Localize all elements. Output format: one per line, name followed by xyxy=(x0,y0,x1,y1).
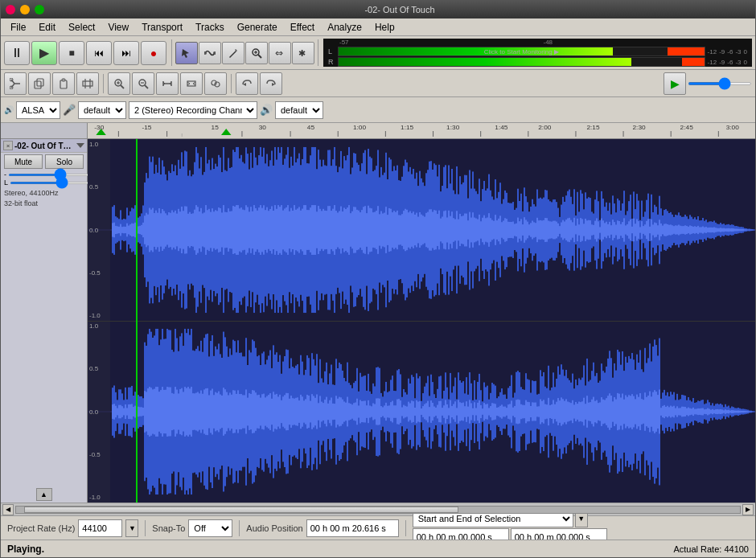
menu-help[interactable]: Help xyxy=(368,20,401,35)
menu-file[interactable]: File xyxy=(4,20,32,35)
menu-generate[interactable]: Generate xyxy=(231,20,284,35)
skip-back-button[interactable]: ⏮ xyxy=(86,41,112,65)
tools-group: ⇔ ✱ xyxy=(174,36,316,69)
horizontal-scrollbar[interactable]: ◀ ▶ xyxy=(1,503,755,515)
skip-forward-button[interactable]: ⏭ xyxy=(113,41,139,65)
menu-edit[interactable]: Edit xyxy=(32,20,62,35)
svg-text:30: 30 xyxy=(259,124,267,131)
status-sep-2 xyxy=(239,520,240,536)
vu-l-meter[interactable]: Click to Start Monitoring ▶ xyxy=(338,47,705,56)
selection-tool-btn[interactable] xyxy=(175,42,198,64)
vu-click-text: Click to Start Monitoring ▶ xyxy=(484,47,559,55)
track-name: -02- Out Of T… xyxy=(14,142,76,150)
svg-text:1:00: 1:00 xyxy=(353,124,367,131)
svg-text:15: 15 xyxy=(212,124,220,131)
menu-view[interactable]: View xyxy=(101,20,135,35)
output-select[interactable]: default xyxy=(275,101,323,119)
pause-button[interactable]: ⏸ xyxy=(4,41,30,65)
recording-toolbar: 🔊 ALSA 🎤 default 2 (Stereo) Recording Ch… xyxy=(1,97,755,123)
svg-rect-13 xyxy=(62,79,65,81)
pencil-tool-btn[interactable] xyxy=(222,42,244,64)
bottom-statusbar: Playing. Actual Rate: 44100 xyxy=(1,540,755,557)
vu-meters-panel[interactable]: -57-48 L Click to Start Monitoring ▶ -12… xyxy=(323,39,752,67)
zoom-tool-btn[interactable] xyxy=(245,42,268,64)
minimize-window-btn[interactable] xyxy=(20,5,30,14)
audio-position-label: Audio Position xyxy=(246,523,302,533)
menubar: File Edit Select View Transport Tracks G… xyxy=(1,18,755,36)
zoom-in-btn[interactable] xyxy=(108,72,130,95)
vu-r-meter[interactable] xyxy=(338,57,705,67)
trim-btn[interactable] xyxy=(76,72,99,95)
vu-l-label: L xyxy=(328,47,338,55)
menu-select[interactable]: Select xyxy=(62,20,101,35)
collapse-row: ▲ xyxy=(1,486,87,503)
mute-btn[interactable]: Mute xyxy=(4,154,43,169)
svg-line-3 xyxy=(258,55,261,58)
menu-tracks[interactable]: Tracks xyxy=(189,20,231,35)
pan-l-label: L xyxy=(4,178,8,187)
channel-divider xyxy=(88,321,755,322)
fit-project-btn[interactable] xyxy=(180,72,203,95)
project-rate-label: Project Rate (Hz) xyxy=(7,523,75,533)
paste-btn[interactable] xyxy=(52,72,75,95)
track-info-line2: 32-bit float xyxy=(4,199,84,209)
fit-selection-btn[interactable] xyxy=(156,72,179,95)
project-rate-group: Project Rate (Hz) ▼ xyxy=(7,519,138,537)
menu-analyze[interactable]: Analyze xyxy=(321,20,368,35)
stop-button[interactable]: ■ xyxy=(59,41,84,65)
close-window-btn[interactable] xyxy=(6,5,15,14)
scroll-track[interactable] xyxy=(15,506,741,514)
project-rate-dropdown[interactable]: ▼ xyxy=(125,519,138,537)
track-menu-icon[interactable] xyxy=(76,142,84,150)
svg-text:2:30: 2:30 xyxy=(632,124,646,131)
zoom-toggle-btn[interactable] xyxy=(204,72,227,95)
svg-text:2:00: 2:00 xyxy=(538,124,552,131)
transport-toolbar: ⏸ ▶ ■ ⏮ ⏭ ● xyxy=(1,36,170,69)
waveform-bottom-canvas xyxy=(88,321,755,503)
mic-icon: 🎤 xyxy=(63,104,76,116)
channels-select[interactable]: 2 (Stereo) Recording Channels xyxy=(129,101,257,119)
zoom-out-btn[interactable] xyxy=(132,72,154,95)
input-source-select[interactable]: default xyxy=(78,101,126,119)
toolbar-row1: ⏸ ▶ ■ ⏮ ⏭ ● ⇔ ✱ xyxy=(1,36,755,70)
waveform-display[interactable]: 1.0 0.5 0.0 -0.5 -1.0 1.0 0.5 0.0 -0.5 -… xyxy=(88,139,755,503)
svg-text:3:00: 3:00 xyxy=(726,124,740,131)
svg-text:2:15: 2:15 xyxy=(586,124,600,131)
svg-marker-60 xyxy=(76,143,84,148)
redo-btn[interactable] xyxy=(260,72,282,95)
record-button[interactable]: ● xyxy=(141,41,166,65)
play-button[interactable]: ▶ xyxy=(31,41,57,65)
playing-status: Playing. xyxy=(7,544,44,555)
svg-line-18 xyxy=(121,85,124,88)
scroll-right-btn[interactable]: ▶ xyxy=(742,504,754,515)
audio-position-input[interactable] xyxy=(306,519,399,537)
cut-btn[interactable] xyxy=(4,72,27,95)
menu-transport[interactable]: Transport xyxy=(135,20,189,35)
collapse-btn[interactable]: ▲ xyxy=(36,488,52,501)
close-track-btn[interactable]: × xyxy=(3,141,13,150)
scroll-left-btn[interactable]: ◀ xyxy=(2,504,14,515)
audio-host-select[interactable]: ALSA xyxy=(16,101,60,119)
maximize-window-btn[interactable] xyxy=(35,5,44,14)
menu-effect[interactable]: Effect xyxy=(284,20,321,35)
pan-row: L R xyxy=(1,178,87,187)
solo-btn[interactable]: Solo xyxy=(45,154,84,169)
undo-btn[interactable] xyxy=(236,72,258,95)
svg-rect-10 xyxy=(35,81,41,88)
playback-speed-slider[interactable] xyxy=(688,82,752,85)
play-at-speed-btn[interactable]: ▶ xyxy=(664,72,686,95)
multi-tool-btn[interactable]: ✱ xyxy=(292,42,314,64)
window-title: -02- Out Of Touch xyxy=(49,5,750,14)
titlebar: -02- Out Of Touch xyxy=(1,1,755,18)
statusbar: Project Rate (Hz) ▼ Snap-To Off On Audio… xyxy=(1,515,755,540)
copy-btn[interactable] xyxy=(28,72,51,95)
timeshift-tool-btn[interactable]: ⇔ xyxy=(269,42,291,64)
snap-to-label: Snap-To xyxy=(152,523,185,533)
ruler-ticks: -30 -15 15 30 45 1:00 1:15 1:30 1:45 2:0… xyxy=(88,123,755,138)
snap-to-select[interactable]: Off On xyxy=(188,519,232,537)
project-rate-input[interactable] xyxy=(78,519,122,537)
svg-text:-15: -15 xyxy=(142,124,151,131)
envelope-tool-btn[interactable] xyxy=(199,42,221,64)
scroll-thumb[interactable] xyxy=(24,507,458,513)
svg-text:⇔: ⇔ xyxy=(275,47,283,59)
